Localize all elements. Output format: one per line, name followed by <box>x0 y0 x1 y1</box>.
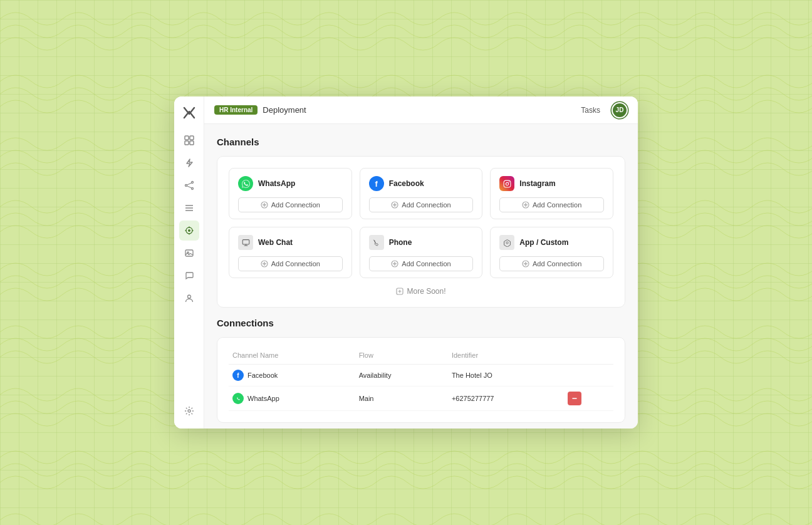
table-row-facebook: f Facebook Availability The Hotel JO <box>229 365 613 387</box>
svg-point-5 <box>185 185 187 187</box>
whatsapp-row-identifier: +6275277777 <box>448 387 564 411</box>
channels-grid: WhatsApp Add Connection <box>229 168 613 278</box>
page-title: Deployment <box>263 105 306 115</box>
svg-point-15 <box>187 295 190 298</box>
sidebar-item-settings[interactable] <box>179 401 199 421</box>
svg-point-16 <box>188 410 190 412</box>
facebook-channel-name: Facebook <box>389 179 424 188</box>
connections-section: Channel Name Flow Identifier f <box>217 337 625 423</box>
hr-internal-badge: HR Internal <box>214 105 258 115</box>
avatar: JD <box>612 102 628 118</box>
sidebar <box>174 96 204 429</box>
col-identifier: Identifier <box>448 349 564 365</box>
whatsapp-delete-button[interactable] <box>568 392 581 405</box>
phone-channel-name: Phone <box>389 238 412 247</box>
channels-section-title: Channels <box>217 137 625 147</box>
facebook-add-label: Add Connection <box>402 201 450 209</box>
whatsapp-row-action[interactable] <box>564 387 613 411</box>
svg-point-12 <box>188 229 190 232</box>
facebook-row-channel: f Facebook <box>229 365 355 387</box>
webchat-channel-name: Web Chat <box>258 238 293 247</box>
col-channel: Channel Name <box>229 349 355 365</box>
whatsapp-row-channel: WhatsApp <box>229 387 355 411</box>
instagram-add-label: Add Connection <box>533 201 581 209</box>
channel-header-facebook: f Facebook <box>369 176 474 191</box>
channels-section: WhatsApp Add Connection <box>217 156 625 308</box>
svg-rect-0 <box>185 136 189 140</box>
appcustom-add-connection-btn[interactable]: Add Connection <box>499 256 604 271</box>
more-soon-label: More Soon! <box>407 287 445 296</box>
channel-card-facebook: f Facebook Add Connection <box>360 168 483 219</box>
webchat-add-label: Add Connection <box>271 260 320 268</box>
appcustom-channel-name: App / Custom <box>519 238 568 247</box>
instagram-add-connection-btn[interactable]: Add Connection <box>499 197 604 212</box>
svg-line-7 <box>187 183 191 185</box>
whatsapp-add-connection-btn[interactable]: Add Connection <box>238 197 343 212</box>
main-content: HR Internal Deployment Tasks JD Channels <box>204 96 638 429</box>
instagram-channel-name: Instagram <box>519 179 555 188</box>
channel-header-appcustom: App / Custom <box>499 235 604 250</box>
whatsapp-icon <box>238 176 253 191</box>
topbar: HR Internal Deployment Tasks JD <box>204 96 638 124</box>
channel-card-webchat: Web Chat Add Connection <box>229 227 352 278</box>
sidebar-item-image[interactable] <box>179 243 199 263</box>
webchat-icon <box>238 235 253 250</box>
facebook-row-action <box>564 365 613 387</box>
channel-card-phone: Phone Add Connection <box>360 227 483 278</box>
connections-section-title: Connections <box>217 318 625 328</box>
svg-point-26 <box>506 241 508 243</box>
svg-rect-3 <box>190 141 194 145</box>
whatsapp-row-flow: Main <box>355 387 448 411</box>
sidebar-item-share[interactable] <box>179 175 199 195</box>
facebook-icon: f <box>369 176 384 191</box>
svg-line-8 <box>187 186 191 188</box>
channel-header-instagram: Instagram <box>499 176 604 191</box>
phone-icon <box>369 235 384 250</box>
sidebar-item-lightning[interactable] <box>179 153 199 173</box>
app-container: HR Internal Deployment Tasks JD Channels <box>174 96 638 429</box>
content-area: Channels WhatsApp <box>204 124 638 429</box>
instagram-icon <box>499 176 514 191</box>
sidebar-item-grid[interactable] <box>179 130 199 150</box>
facebook-row-icon: f <box>232 370 244 381</box>
whatsapp-add-label: Add Connection <box>271 201 320 209</box>
more-soon: More Soon! <box>229 287 613 296</box>
table-header-row: Channel Name Flow Identifier <box>229 349 613 365</box>
svg-rect-13 <box>185 250 193 256</box>
sidebar-item-chat[interactable] <box>179 266 199 286</box>
whatsapp-channel-name: WhatsApp <box>258 179 295 188</box>
logo-icon <box>180 104 198 122</box>
appcustom-icon <box>499 235 514 250</box>
svg-rect-19 <box>504 180 511 187</box>
svg-rect-2 <box>185 141 189 145</box>
svg-point-20 <box>506 182 508 185</box>
webchat-add-connection-btn[interactable]: Add Connection <box>238 256 343 271</box>
appcustom-add-label: Add Connection <box>533 260 581 268</box>
sidebar-item-user[interactable] <box>179 288 199 308</box>
table-row-whatsapp: WhatsApp Main +6275277777 <box>229 387 613 411</box>
svg-rect-1 <box>190 136 194 140</box>
channel-header-webchat: Web Chat <box>238 235 343 250</box>
topbar-right: Tasks JD <box>576 102 628 118</box>
channel-header-phone: Phone <box>369 235 474 250</box>
phone-add-label: Add Connection <box>402 260 450 268</box>
tasks-button[interactable]: Tasks <box>576 103 605 117</box>
channel-card-appcustom: App / Custom Add Connection <box>490 227 613 278</box>
facebook-row-identifier: The Hotel JO <box>448 365 564 387</box>
phone-add-connection-btn[interactable]: Add Connection <box>369 256 474 271</box>
svg-rect-23 <box>242 239 249 244</box>
facebook-row-flow: Availability <box>355 365 448 387</box>
whatsapp-row-icon <box>232 393 244 404</box>
whatsapp-row-name: WhatsApp <box>247 395 279 402</box>
col-flow: Flow <box>355 349 448 365</box>
connections-table: Channel Name Flow Identifier f <box>229 349 613 411</box>
svg-point-4 <box>191 182 193 184</box>
sidebar-item-deploy[interactable] <box>179 221 199 241</box>
channel-card-whatsapp: WhatsApp Add Connection <box>229 168 352 219</box>
channel-card-instagram: Instagram Add Connection <box>490 168 613 219</box>
col-action <box>564 349 613 365</box>
svg-point-21 <box>509 181 509 182</box>
sidebar-item-list[interactable] <box>179 198 199 218</box>
facebook-add-connection-btn[interactable]: Add Connection <box>369 197 474 212</box>
facebook-row-name: Facebook <box>247 372 278 379</box>
